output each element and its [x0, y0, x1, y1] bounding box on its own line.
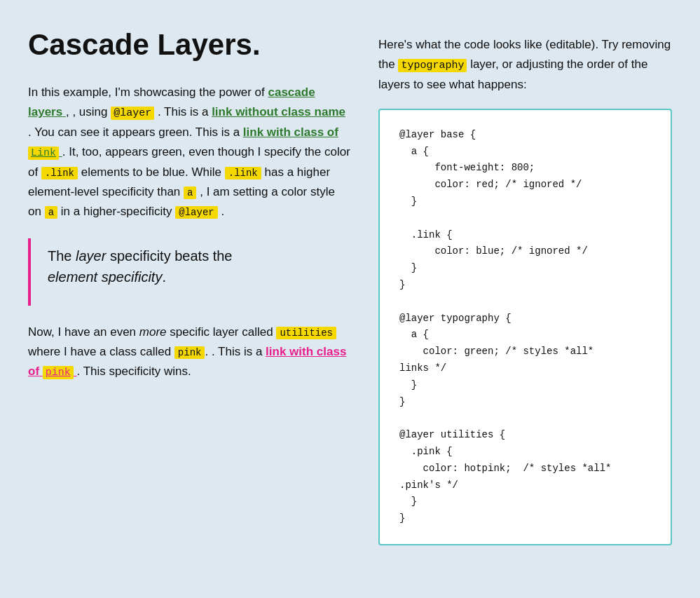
link-no-class[interactable]: link without class name	[212, 105, 345, 118]
intro-paragraph: In this example, I'm showcasing the powe…	[28, 83, 350, 222]
intro-text-6: elements to be blue. While	[81, 165, 221, 179]
code-editor: @layer base { a { font-weight: 800; colo…	[378, 109, 672, 545]
left-column: Cascade Layers. In this example, I'm sho…	[28, 28, 350, 393]
intro-text-9: in a higher-specificity	[61, 205, 172, 218]
right-column: Here's what the code looks like (editabl…	[378, 28, 672, 545]
more-em: more	[139, 325, 167, 339]
blockquote: The layer specificity beats the element …	[28, 238, 350, 306]
intro-text-3: . This is a	[158, 105, 208, 118]
page-title: Cascade Layers.	[28, 28, 350, 62]
at-layer-code-2: @layer	[175, 206, 217, 219]
intro-text-1: In this example, I'm showcasing the powe…	[28, 86, 265, 99]
pink-highlight: pink	[43, 366, 74, 379]
intro-text-using: , using	[72, 105, 107, 118]
intro-text-2: ,	[66, 105, 69, 118]
blockquote-em-1: layer	[76, 248, 106, 264]
main-layout: Cascade Layers. In this example, I'm sho…	[28, 28, 672, 545]
utilities-code: utilities	[276, 327, 336, 339]
at-layer-code-1: @layer	[111, 107, 154, 120]
link-code-2: .link	[41, 167, 78, 179]
second-paragraph: Now, I have an even more specific layer …	[28, 322, 350, 382]
pink-code: pink	[174, 346, 205, 359]
link-code-3: .link	[225, 167, 261, 179]
intro-text-4: . You can see it appears green. This is …	[28, 125, 240, 139]
a-code-2: a	[45, 206, 57, 219]
code-block[interactable]: @layer base { a { font-weight: 800; colo…	[399, 127, 651, 527]
blockquote-em-2: element specificity	[48, 269, 162, 285]
a-code-1: a	[184, 186, 196, 199]
intro-text-10: .	[221, 205, 224, 218]
right-description: Here's what the code looks like (editabl…	[378, 35, 672, 95]
link-code-inline: Link	[28, 147, 59, 160]
typography-highlight: typography	[398, 59, 467, 72]
blockquote-text: The layer specificity beats the element …	[48, 245, 350, 287]
